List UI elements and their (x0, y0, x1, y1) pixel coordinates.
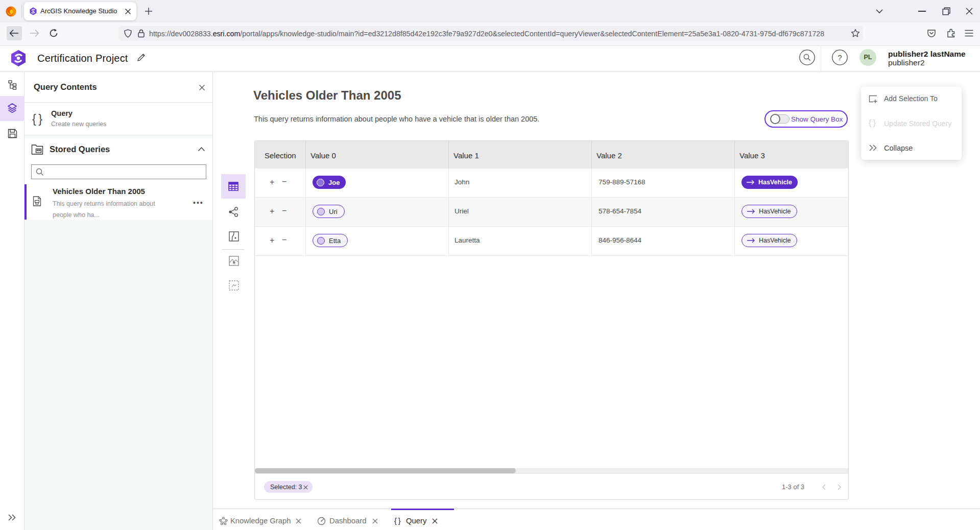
svg-text:?: ? (838, 53, 842, 62)
